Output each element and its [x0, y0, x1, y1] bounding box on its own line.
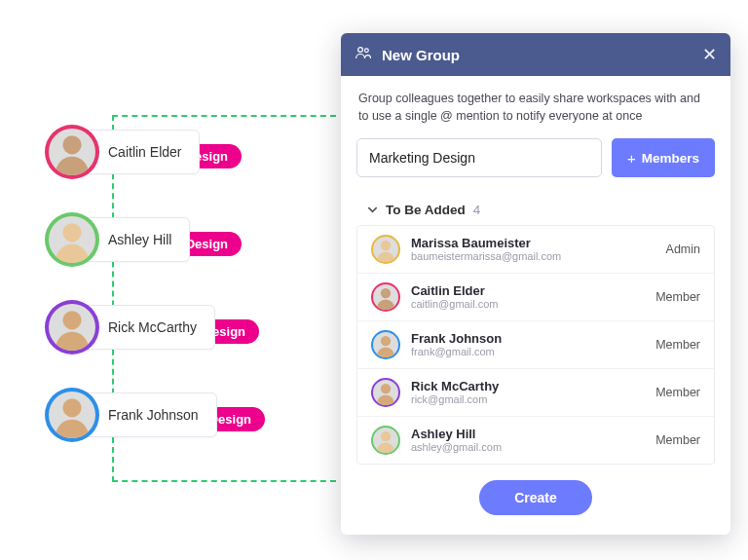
- to-be-added-header[interactable]: To Be Added 4: [356, 195, 715, 225]
- svg-point-4: [62, 311, 81, 329]
- person-card: Rick McCarthy: [45, 300, 215, 355]
- member-name: Marissa Baumeister: [411, 236, 655, 251]
- person-name: Rick McCarthy: [80, 305, 215, 350]
- svg-point-18: [381, 431, 391, 441]
- plus-icon: +: [627, 150, 636, 167]
- input-row: + Members: [356, 138, 715, 177]
- member-row[interactable]: Frank Johnson frank@gmail.com Member: [357, 321, 714, 369]
- chevron-down-icon: [366, 205, 378, 216]
- svg-point-2: [62, 223, 81, 242]
- members-button-label: Members: [642, 151, 699, 166]
- add-members-button[interactable]: + Members: [612, 138, 715, 177]
- person-card: Caitlin Elder: [45, 125, 200, 179]
- member-row[interactable]: Rick McCarthy rick@gmail.com Member: [357, 369, 714, 417]
- modal-body: Group colleagues together to easily shar…: [341, 76, 730, 535]
- member-email: frank@gmail.com: [411, 346, 645, 358]
- svg-point-9: [365, 49, 369, 53]
- person-card: Frank Johnson: [45, 388, 217, 442]
- member-row[interactable]: Ashley Hill ashley@gmail.com Member: [357, 417, 714, 464]
- member-name: Rick McCarthy: [411, 379, 645, 394]
- section-count: 4: [473, 203, 481, 217]
- svg-point-3: [56, 244, 89, 263]
- member-role: Member: [655, 433, 700, 447]
- connector-line-top: [112, 115, 336, 117]
- help-text: Group colleagues together to easily shar…: [356, 90, 715, 125]
- svg-point-16: [381, 384, 391, 393]
- avatar: [45, 125, 99, 179]
- member-email: ashley@gmail.com: [411, 441, 645, 454]
- member-name: Caitlin Elder: [411, 283, 645, 299]
- svg-point-15: [377, 348, 394, 357]
- member-role: Member: [655, 338, 700, 352]
- group-name-input[interactable]: [356, 138, 602, 177]
- modal-header: New Group ✕: [341, 33, 730, 76]
- svg-point-10: [381, 241, 391, 250]
- avatar: [371, 235, 400, 264]
- member-role: Admin: [666, 243, 700, 256]
- svg-point-13: [377, 300, 394, 310]
- avatar: [45, 212, 99, 267]
- member-name: Ashley Hill: [411, 427, 645, 442]
- avatar: [45, 388, 99, 442]
- svg-point-0: [62, 135, 81, 154]
- member-email: baumeistermarissa@gmail.com: [411, 250, 655, 263]
- member-email: caitlin@gmail.com: [411, 298, 645, 311]
- avatar: [371, 378, 400, 407]
- member-role: Member: [655, 386, 700, 399]
- create-button[interactable]: Create: [479, 480, 592, 515]
- person-card: Ashley Hill: [45, 212, 190, 267]
- svg-point-6: [62, 398, 81, 417]
- svg-point-8: [358, 48, 363, 53]
- member-list: Marissa Baumeister baumeistermarissa@gma…: [356, 225, 715, 465]
- avatar: [371, 330, 400, 359]
- svg-point-19: [377, 443, 394, 453]
- close-icon[interactable]: ✕: [702, 44, 717, 65]
- member-role: Member: [655, 290, 700, 304]
- member-name: Frank Johnson: [411, 331, 645, 347]
- svg-point-12: [381, 288, 391, 298]
- svg-point-14: [381, 336, 391, 346]
- avatar: [371, 282, 400, 312]
- member-email: rick@gmail.com: [411, 393, 645, 406]
- svg-point-1: [56, 157, 89, 175]
- svg-point-17: [377, 395, 394, 405]
- avatar: [45, 300, 99, 355]
- svg-point-7: [56, 420, 89, 438]
- person-name: Frank Johnson: [80, 392, 217, 437]
- member-row[interactable]: Marissa Baumeister baumeistermarissa@gma…: [357, 226, 714, 274]
- group-icon: [355, 46, 372, 63]
- new-group-modal: New Group ✕ Group colleagues together to…: [341, 33, 730, 535]
- avatar: [371, 426, 400, 455]
- section-label: To Be Added: [386, 203, 466, 217]
- svg-point-11: [377, 252, 394, 262]
- modal-title: New Group: [382, 47, 692, 63]
- member-row[interactable]: Caitlin Elder caitlin@gmail.com Member: [357, 274, 714, 321]
- svg-point-5: [56, 332, 89, 351]
